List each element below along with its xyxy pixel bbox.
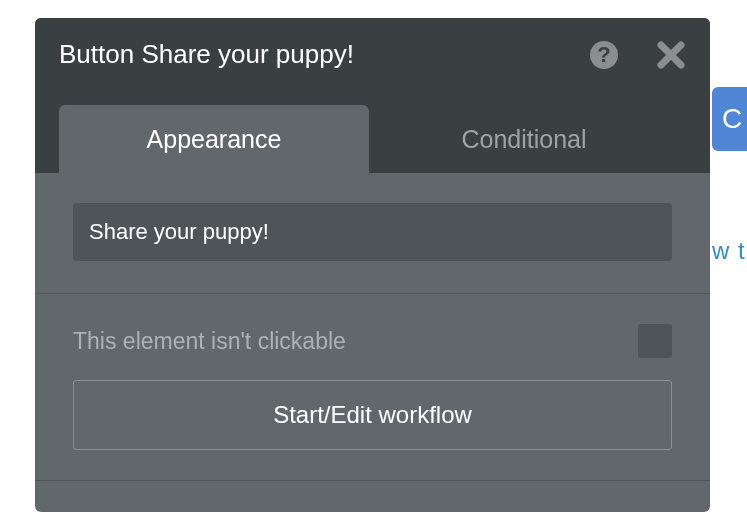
not-clickable-checkbox[interactable]	[638, 324, 672, 358]
tab-conditional[interactable]: Conditional	[369, 105, 679, 173]
property-editor-panel: Button Share your puppy! ? Appearance Co…	[35, 18, 710, 512]
titlebar: Button Share your puppy! ?	[35, 18, 710, 91]
panel-title: Button Share your puppy!	[59, 39, 588, 70]
svg-text:?: ?	[597, 42, 610, 67]
help-icon[interactable]: ?	[588, 39, 620, 71]
divider	[35, 480, 710, 481]
divider	[35, 293, 710, 294]
close-icon[interactable]	[656, 40, 686, 70]
background-button-letter: C	[722, 103, 742, 135]
tab-appearance[interactable]: Appearance	[59, 105, 369, 173]
tab-conditional-label: Conditional	[461, 125, 586, 154]
workflow-button-label: Start/Edit workflow	[273, 401, 472, 428]
tabs: Appearance Conditional	[35, 91, 710, 173]
background-link-fragment: w t	[712, 237, 746, 265]
button-text-input[interactable]	[73, 203, 672, 261]
tab-appearance-label: Appearance	[147, 125, 282, 154]
not-clickable-label: This element isn't clickable	[73, 328, 346, 355]
start-edit-workflow-button[interactable]: Start/Edit workflow	[73, 380, 672, 450]
clickable-row: This element isn't clickable	[73, 324, 672, 358]
titlebar-icons: ?	[588, 39, 686, 71]
background-button-fragment: C	[712, 87, 747, 151]
tab-content: This element isn't clickable Start/Edit …	[35, 173, 710, 481]
background-link-text: w t	[712, 237, 746, 264]
